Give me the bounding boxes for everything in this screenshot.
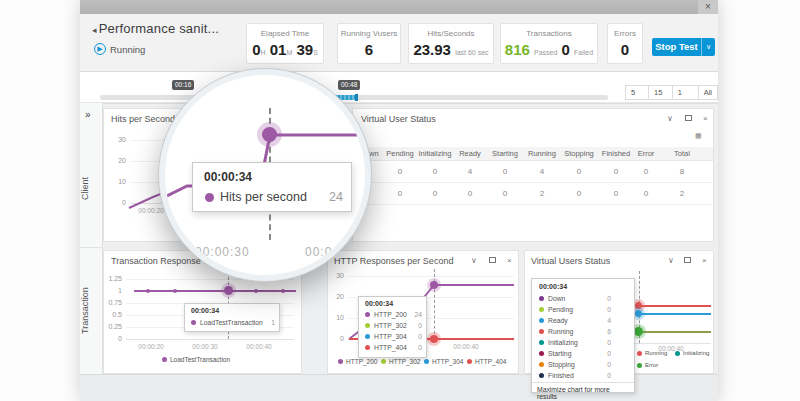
tooltip-row: LoadTestTransaction 1 — [191, 319, 275, 326]
legend-dot — [675, 351, 680, 356]
stop-test-dropdown-chevron-icon[interactable]: ∨ — [701, 38, 715, 56]
vus-ready-point[interactable] — [635, 310, 642, 317]
transactions-value: 816 Passed 0 Failed — [501, 41, 597, 58]
window-titlebar: × — [80, 0, 718, 14]
sidebar-expand-icon[interactable]: » — [85, 109, 91, 120]
series-dot — [539, 340, 544, 345]
legend-dot — [381, 359, 386, 364]
maximize-icon[interactable] — [685, 115, 692, 121]
legend-error[interactable]: Error — [637, 362, 658, 368]
errors-value: 0 — [608, 41, 642, 58]
legend-http-302[interactable]: HTTP_302 — [381, 358, 420, 365]
errors-card: Errors 0 — [607, 23, 643, 64]
time-range-group: 5 min 15 min 1 hour All — [626, 85, 718, 100]
cell: 0 — [415, 167, 455, 176]
tooltip-time: 00:00:34 — [539, 283, 567, 290]
timeline-start-badge[interactable]: 00:16 — [172, 80, 194, 90]
range-button-all[interactable]: All — [698, 85, 718, 100]
col-initializing: Initializing — [415, 149, 455, 158]
range-button-1hour[interactable]: 1 hour — [672, 85, 699, 100]
timeline-bar: 00:16 00:48 5 min 15 min 1 hour All — [80, 72, 718, 103]
elapsed-time-card: Elapsed Time 0H 01M 39S — [246, 23, 324, 64]
stop-test-label: Stop Test — [652, 38, 701, 56]
legend-running[interactable]: Running — [637, 350, 667, 356]
maximize-hint[interactable]: Maximize chart for more results — [532, 382, 634, 401]
vus-error-point[interactable] — [634, 327, 643, 336]
back-icon[interactable]: ◂ — [92, 25, 97, 35]
series-dot — [365, 345, 370, 350]
trt-ytick: 1 — [104, 287, 122, 294]
range-button-15min[interactable]: 15 min — [648, 85, 673, 100]
tooltip-row: HTTP_20024 — [365, 311, 422, 318]
cell: 0 — [559, 167, 599, 176]
grid-options-icon[interactable]: ▦ — [695, 131, 702, 140]
trt-ytick: 1.25 — [104, 275, 122, 282]
series-dot — [205, 193, 214, 202]
sidebar-item-client[interactable]: Client — [80, 153, 103, 223]
series-dot — [365, 312, 370, 317]
legend-loadtesttransaction[interactable]: LoadTestTransaction — [162, 356, 230, 363]
vu-status-panel-title: Virtual User Status — [361, 114, 436, 124]
collapse-chevron-icon[interactable]: ∨ — [667, 114, 673, 123]
test-title[interactable]: ◂Performance sanit... — [92, 21, 219, 36]
legend-dot — [162, 357, 167, 362]
running-vusers-card: Running Vusers 6 — [337, 23, 401, 64]
panel-close-icon[interactable]: × — [702, 256, 707, 265]
hits-card-value: 23.93 last 60 sec — [409, 41, 493, 58]
cell: 0 — [626, 167, 666, 176]
col-starting: Starting — [485, 149, 525, 158]
hits-card-label: Hits/Seconds — [409, 29, 493, 38]
series-dot — [539, 362, 544, 367]
trt-xtick: 00:00:30 — [185, 343, 225, 350]
http404-hover-point[interactable] — [430, 335, 438, 343]
col-total: Total — [662, 149, 702, 158]
tooltip-row: Starting0 — [539, 350, 611, 357]
timeline-end-badge[interactable]: 00:48 — [338, 80, 360, 90]
legend-http-304[interactable]: HTTP_304 — [424, 358, 463, 365]
lens-tooltip: 00:00:34 Hits per second 24 — [192, 162, 352, 212]
x-axis-line — [126, 339, 294, 340]
col-running: Running — [522, 149, 562, 158]
trt-hover-point[interactable] — [224, 286, 233, 295]
legend-dot — [424, 359, 429, 364]
legend-initializing[interactable]: Initializing — [675, 350, 709, 356]
vus-running-line — [639, 305, 711, 307]
lens-tooltip-time: 00:00:34 — [204, 170, 252, 184]
tooltip-row: Running6 — [539, 328, 611, 335]
legend-dot — [467, 359, 472, 364]
virtual-user-status-panel: Virtual User Status ∨ × ▦ Down Pending I… — [352, 108, 714, 242]
header: ◂Performance sanit... ▶ Running Elapsed … — [80, 14, 718, 72]
legend-http-200[interactable]: HTTP_200 — [338, 358, 377, 365]
stop-test-button[interactable]: Stop Test ∨ — [652, 38, 715, 56]
cell: 0 — [415, 189, 455, 198]
virtual-users-status-panel: Virtual Users Status ∨ × 00:00:40 Runnin… — [524, 250, 714, 374]
tooltip-time: 00:00:34 — [365, 300, 393, 307]
http200-hover-point[interactable] — [430, 281, 438, 289]
tooltip-row: Stopping0 — [539, 361, 611, 368]
cell: 0 — [450, 189, 490, 198]
table-row: 0 0 4 0 4 0 0 0 8 — [354, 161, 713, 183]
tooltip-row: Initializing0 — [539, 339, 611, 346]
vus-running-point[interactable] — [635, 302, 642, 309]
lens-hover-point — [262, 127, 277, 142]
cell: 0 — [559, 189, 599, 198]
series-dot — [191, 320, 196, 325]
close-icon[interactable]: × — [698, 0, 718, 14]
timeline-handle[interactable] — [355, 94, 358, 101]
legend-http-404[interactable]: HTTP_404 — [467, 358, 506, 365]
tooltip-row: HTTP_4040 — [365, 344, 422, 351]
magnifier-lens: 00:00:34 Hits per second 24 00:00:30 00:… — [165, 75, 365, 275]
play-icon: ▶ — [94, 43, 106, 55]
maximize-icon[interactable] — [684, 257, 691, 263]
tooltip-row: HTTP_3020 — [365, 322, 422, 329]
sidebar: » Client Transaction — [80, 103, 103, 374]
series-dot — [539, 373, 544, 378]
range-button-5min[interactable]: 5 min — [625, 85, 649, 100]
trt-line-series — [134, 290, 296, 292]
sidebar-item-transaction[interactable]: Transaction — [80, 271, 103, 351]
panel-close-icon[interactable]: × — [703, 114, 708, 123]
collapse-chevron-icon[interactable]: ∨ — [668, 256, 674, 265]
transactions-passed: 816 — [505, 41, 530, 58]
series-dot — [539, 351, 544, 356]
trt-ytick: 0 — [104, 335, 122, 342]
